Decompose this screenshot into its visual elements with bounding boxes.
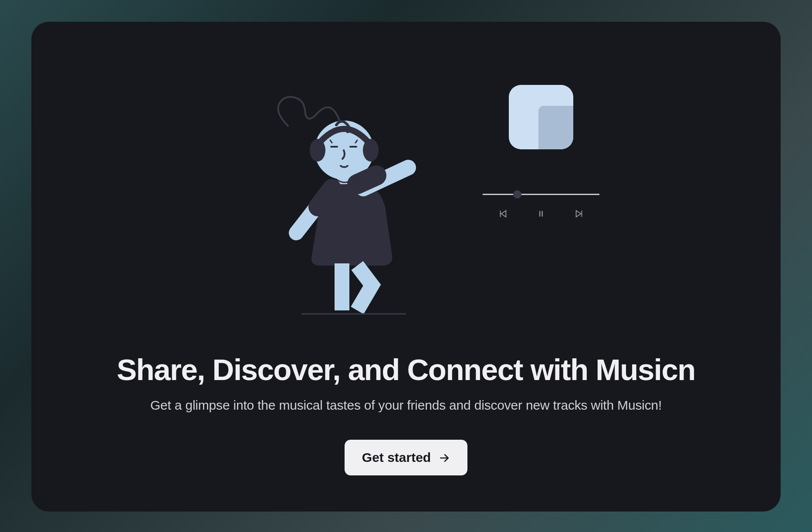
next-track-icon[interactable] (574, 209, 584, 219)
get-started-button[interactable]: Get started (345, 440, 467, 475)
album-art (509, 85, 573, 149)
svg-marker-10 (576, 211, 581, 217)
svg-point-1 (310, 139, 325, 162)
svg-rect-4 (335, 263, 349, 310)
hero-subheadline: Get a glimpse into the musical tastes of… (150, 398, 662, 413)
playback-progress-bar[interactable] (483, 194, 599, 195)
hero-card: Share, Discover, and Connect with Musicn… (31, 22, 781, 512)
hero-illustration (227, 72, 585, 329)
previous-track-icon[interactable] (498, 209, 508, 219)
pause-icon[interactable] (536, 209, 546, 219)
playback-progress-handle[interactable] (513, 190, 521, 199)
svg-marker-6 (501, 211, 506, 217)
dancing-person-illustration (245, 72, 436, 329)
album-art-accent (538, 106, 573, 149)
player-controls (498, 209, 584, 219)
arrow-right-icon (439, 452, 450, 463)
hero-headline: Share, Discover, and Connect with Musicn (117, 353, 695, 387)
svg-point-2 (363, 139, 379, 162)
music-player-widget (467, 85, 615, 219)
cta-label: Get started (362, 450, 431, 465)
